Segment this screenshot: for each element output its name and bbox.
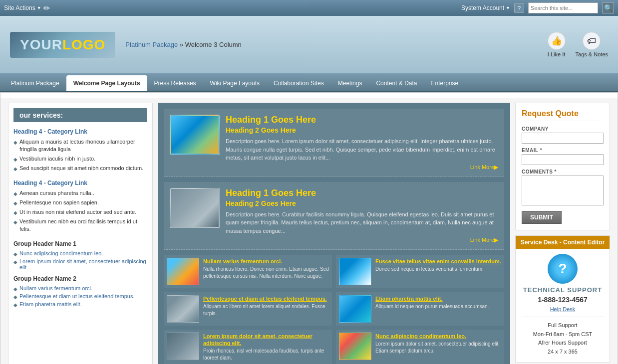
group-link[interactable]: Pellentesque et diam ut lectus eleifend …	[19, 293, 135, 299]
breadcrumb-root-link[interactable]: Platinum Package	[125, 41, 178, 48]
help-button[interactable]: ?	[514, 3, 524, 13]
small-desc-4: Aliquam id neque non purus malesuada acc…	[375, 303, 501, 310]
list-item-text: Pellentesque non sapien sapien.	[19, 199, 99, 206]
bullet-icon: ◆	[13, 156, 17, 163]
full-support-text: Full Support	[522, 321, 604, 330]
feature-text-1: Heading 1 Goes Here Heading 2 Goes Here …	[226, 115, 498, 171]
logo: YOURLOGO	[10, 32, 115, 58]
small-desc-6: Lorem ipsum dolor sit amet, consectetuer…	[375, 341, 501, 355]
tech-support-label: TECHNICAL SUPPORT	[522, 286, 604, 294]
list-item: ◆ Ut in risus non nisi eleifend auctor s…	[13, 208, 147, 216]
service-desk-title: Service Desk - Content Editor	[516, 236, 610, 249]
full-support-label: Full Support Mon-Fri 8am - 5pm CST Afrer…	[522, 321, 604, 356]
site-actions-button[interactable]: Site Actions ▼	[4, 4, 41, 11]
link-more-1[interactable]: Link More ▶	[226, 164, 498, 171]
group-header-1: Group Header Name 1	[13, 240, 147, 247]
small-item-2: Fusce vitae tellus vitae enim convallis …	[336, 255, 504, 288]
list-item: ◆ Etiam pharetra mattis elit.	[13, 301, 147, 308]
feature-block-1: Heading 1 Goes Here Heading 2 Goes Here …	[164, 109, 504, 177]
small-link-5[interactable]: Lorem ipsum dolor sit amet, consectetuer…	[203, 333, 312, 346]
breadcrumb-area: Platinum Package » Welcome 3 Column	[125, 41, 241, 48]
sidebar-list-2: ◆ Aenean cursus pharetra nulla.. ◆ Pelle…	[13, 189, 147, 233]
list-item: ◆ Pellentesque non sapien sapien.	[13, 199, 147, 207]
group-list-1: ◆ Nunc adipiscing condimentum leo. ◆ Lor…	[13, 250, 147, 270]
small-item-3: Pellentesque et diam ut lectus eleifend …	[164, 292, 332, 326]
bullet-icon: ◆	[13, 219, 17, 226]
list-item: ◆ Nunc adipiscing condimentum leo.	[13, 250, 147, 257]
logo-area: YOURLOGO Platinum Package » Welcome 3 Co…	[10, 32, 242, 58]
i-like-it-button[interactable]: 👍 I Like It	[548, 32, 566, 57]
small-link-4[interactable]: Etiam pharetra mattis elit.	[375, 296, 443, 302]
tech-support-phone: 1-888-123-4567	[522, 296, 604, 304]
tab-wiki-page-layouts[interactable]: Wiki Page Layouts	[203, 75, 267, 91]
link-more-label: Link More	[470, 164, 494, 171]
small-image-2	[339, 258, 371, 285]
list-item-text: Vestibulum iaculis nibh in justo.	[19, 155, 95, 163]
tab-platinum-package[interactable]: Platinum Package	[4, 75, 66, 91]
service-desk-panel: Service Desk - Content Editor ? TECHNICA…	[515, 235, 610, 363]
list-item-text: Sed suscipit neque sit amet nibh commodo…	[19, 165, 143, 172]
comments-input[interactable]	[522, 176, 604, 205]
list-item: ◆ Vestibulum iaculis nibh in justo.	[13, 155, 147, 163]
main-wrapper: our services: Heading 4 - Category Link …	[0, 92, 618, 364]
topbar: Site Actions ▼ ✏ System Account ▼ ? 🔍	[0, 0, 618, 16]
feature-image-2	[170, 188, 220, 228]
tab-enterprise[interactable]: Enterprise	[424, 75, 466, 91]
small-link-2[interactable]: Fusce vitae tellus vitae enim convallis …	[375, 258, 501, 264]
small-image-1	[167, 258, 199, 285]
feature-block-2: Heading 1 Goes Here Heading 2 Goes Here …	[164, 182, 504, 250]
sidebar-category-link-1[interactable]: Heading 4 - Category Link	[13, 128, 147, 135]
small-link-3[interactable]: Pellentesque et diam ut lectus eleifend …	[203, 296, 327, 302]
group-list-2: ◆ Nullam varius fermentum orci. ◆ Pellen…	[13, 285, 147, 308]
help-desk-link[interactable]: Help Desk	[550, 306, 576, 312]
tags-notes-button[interactable]: 🏷 Tags & Notes	[576, 32, 608, 57]
system-account-button[interactable]: System Account ▼	[461, 4, 510, 11]
system-account-label: System Account	[461, 4, 504, 11]
tab-welcome-page-layouts[interactable]: Welcome Page Layouts	[66, 75, 147, 91]
small-item-4: Etiam pharetra mattis elit. Aliquam id n…	[336, 292, 504, 326]
company-input[interactable]	[522, 133, 604, 144]
small-desc-3: Aliquam ac libero sit amet lorem aliquet…	[203, 303, 329, 317]
support-hours-1: Mon-Fri 8am - 5pm CST	[522, 330, 604, 339]
feature-heading1-2: Heading 1 Goes Here	[226, 188, 498, 198]
bullet-icon: ◆	[13, 139, 17, 146]
list-item-text: Aenean cursus pharetra nulla..	[19, 189, 94, 197]
tab-content-data[interactable]: Content & Data	[369, 75, 424, 91]
small-link-1[interactable]: Nullam varius fermentum orci.	[203, 258, 282, 264]
list-item: ◆ Sed suscipit neque sit amet nibh commo…	[13, 165, 147, 173]
logo-text: YOURLOGO	[20, 37, 105, 53]
support-hours-2: 24 x 7 x 365	[522, 348, 604, 357]
topbar-right: System Account ▼ ? 🔍	[461, 2, 614, 13]
topbar-left: Site Actions ▼ ✏	[4, 3, 50, 13]
bullet-icon: ◆	[13, 286, 17, 292]
link-more-2[interactable]: Link More ▶	[226, 237, 498, 243]
navbar: Platinum Package Welcome Page Layouts Pr…	[0, 73, 618, 92]
small-text-1: Nullam varius fermentum orci. Nulla rhon…	[203, 258, 329, 285]
email-input[interactable]	[522, 154, 604, 165]
group-link[interactable]: Lorem ipsum dolor sit amet, consectetuer…	[19, 258, 147, 270]
breadcrumb-separator: »	[180, 41, 183, 48]
arrow-icon-2: ▶	[494, 237, 498, 243]
small-image-3	[167, 295, 199, 323]
tab-meetings[interactable]: Meetings	[331, 75, 369, 91]
small-link-6[interactable]: Nunc adipiscing condimentum leo.	[375, 333, 466, 339]
edit-icon[interactable]: ✏	[43, 3, 50, 13]
list-item: ◆ Nullam varius fermentum orci.	[13, 285, 147, 292]
group-link[interactable]: Nullam varius fermentum orci.	[19, 285, 92, 291]
feature-heading1: Heading 1 Goes Here	[226, 115, 498, 125]
group-link[interactable]: Nunc adipiscing condimentum leo.	[19, 250, 103, 256]
search-input[interactable]	[528, 2, 598, 13]
group-link[interactable]: Etiam pharetra mattis elit.	[19, 301, 82, 307]
sidebar-category-link-2[interactable]: Heading 4 - Category Link	[13, 180, 147, 186]
submit-button[interactable]: SUBMIT	[522, 211, 562, 224]
tab-collaboration-sites[interactable]: Collaboration Sites	[267, 75, 331, 91]
small-text-5: Lorem ipsum dolor sit amet, consectetuer…	[203, 333, 329, 362]
breadcrumb: Platinum Package » Welcome 3 Column	[125, 41, 241, 48]
small-text-4: Etiam pharetra mattis elit. Aliquam id n…	[375, 295, 501, 323]
tab-press-releases[interactable]: Press Releases	[147, 75, 203, 91]
bullet-icon: ◆	[13, 302, 17, 308]
left-sidebar: our services: Heading 4 - Category Link …	[8, 103, 153, 364]
feature-heading2-2: Heading 2 Goes Here	[226, 199, 498, 207]
search-button[interactable]: 🔍	[602, 2, 614, 13]
small-image-6	[339, 333, 371, 360]
